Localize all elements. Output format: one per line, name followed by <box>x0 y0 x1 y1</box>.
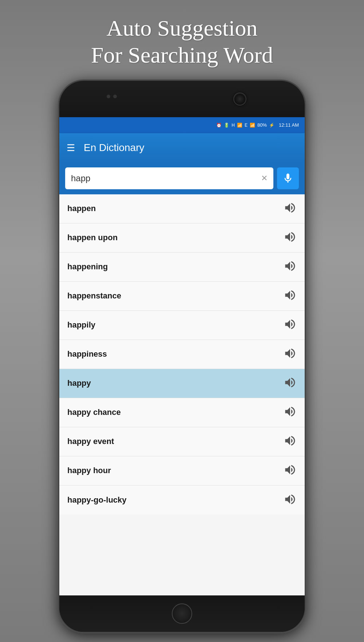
list-item[interactable]: happy <box>59 369 305 398</box>
signal-bars-2: 📶 <box>250 123 255 128</box>
sound-button[interactable] <box>284 434 297 449</box>
word-label: happen upon <box>67 233 118 242</box>
word-label: happy hour <box>67 466 111 475</box>
mic-icon <box>282 173 294 184</box>
speaker-dot-2 <box>113 95 117 98</box>
word-label: happening <box>67 262 108 272</box>
phone-camera <box>233 92 246 106</box>
speaker-icon <box>284 347 297 360</box>
search-area: happ ✕ <box>59 162 305 194</box>
list-item[interactable]: happy hour <box>59 456 305 486</box>
speaker-icon <box>284 318 297 331</box>
clear-icon[interactable]: ✕ <box>261 174 268 183</box>
page-title: Auto Suggestion For Searching Word <box>69 0 295 80</box>
word-label: happenstance <box>67 291 121 301</box>
speaker-icon <box>284 405 297 418</box>
speaker-icon <box>284 493 297 506</box>
list-item[interactable]: happenstance <box>59 282 305 311</box>
phone-top-bezel <box>59 81 305 117</box>
battery-percent: 80% <box>257 122 267 128</box>
sound-button[interactable] <box>284 289 297 303</box>
word-label: happy chance <box>67 408 121 417</box>
charging-icon: ⚡ <box>269 123 274 128</box>
sound-button[interactable] <box>284 230 297 245</box>
e-indicator: E <box>245 123 248 128</box>
battery-indicator: 🔋 <box>224 123 229 128</box>
speaker-icon <box>284 201 297 214</box>
sound-button[interactable] <box>284 201 297 216</box>
status-bar: ⏰ 🔋 H 📶 E 📶 80% ⚡ 12:11 AM <box>59 117 305 133</box>
signal-bars: 📶 <box>237 123 242 128</box>
word-label: happy-go-lucky <box>67 495 127 505</box>
phone-bottom-bezel <box>59 595 305 632</box>
h-indicator: H <box>232 123 235 128</box>
list-item[interactable]: happy event <box>59 427 305 456</box>
speaker-icon <box>284 434 297 447</box>
mic-button[interactable] <box>277 167 299 189</box>
word-label: happy event <box>67 437 114 446</box>
word-label: happily <box>67 320 95 330</box>
list-item[interactable]: happen upon <box>59 223 305 253</box>
speaker-dot-1 <box>107 95 110 98</box>
phone-screen: ⏰ 🔋 H 📶 E 📶 80% ⚡ 12:11 AM ☰ En Dictiona… <box>59 117 305 595</box>
list-item[interactable]: happily <box>59 311 305 340</box>
sound-button[interactable] <box>284 318 297 332</box>
status-icons: ⏰ 🔋 H 📶 E 📶 80% ⚡ 12:11 AM <box>216 122 299 128</box>
sound-button[interactable] <box>284 405 297 420</box>
speaker-icon <box>284 259 297 273</box>
word-label: happiness <box>67 349 107 359</box>
word-label: happen <box>67 204 96 213</box>
speaker-icon <box>284 376 297 389</box>
list-item[interactable]: happy-go-lucky <box>59 486 305 515</box>
word-label: happy <box>67 379 91 388</box>
alarm-icon: ⏰ <box>216 123 222 128</box>
sound-button[interactable] <box>284 463 297 478</box>
speaker-icon <box>284 289 297 302</box>
list-item[interactable]: happy chance <box>59 398 305 427</box>
phone-frame: ⏰ 🔋 H 📶 E 📶 80% ⚡ 12:11 AM ☰ En Dictiona… <box>58 80 306 633</box>
phone-wrapper: ⏰ 🔋 H 📶 E 📶 80% ⚡ 12:11 AM ☰ En Dictiona… <box>58 80 306 642</box>
phone-speaker <box>107 95 117 98</box>
sound-button[interactable] <box>284 376 297 391</box>
app-toolbar: ☰ En Dictionary <box>59 133 305 162</box>
search-input[interactable]: happ <box>71 173 257 183</box>
home-button[interactable] <box>172 603 192 624</box>
sound-button[interactable] <box>284 347 297 361</box>
results-list: happen happen upon happening happenstanc… <box>59 194 305 595</box>
search-box[interactable]: happ ✕ <box>65 167 273 189</box>
list-item[interactable]: happening <box>59 253 305 282</box>
status-time: 12:11 AM <box>279 122 299 128</box>
app-title: En Dictionary <box>84 142 145 154</box>
hamburger-menu-icon[interactable]: ☰ <box>67 143 75 152</box>
list-item[interactable]: happiness <box>59 340 305 369</box>
list-item[interactable]: happen <box>59 194 305 223</box>
sound-button[interactable] <box>284 493 297 507</box>
sound-button[interactable] <box>284 259 297 274</box>
speaker-icon <box>284 463 297 476</box>
speaker-icon <box>284 230 297 243</box>
